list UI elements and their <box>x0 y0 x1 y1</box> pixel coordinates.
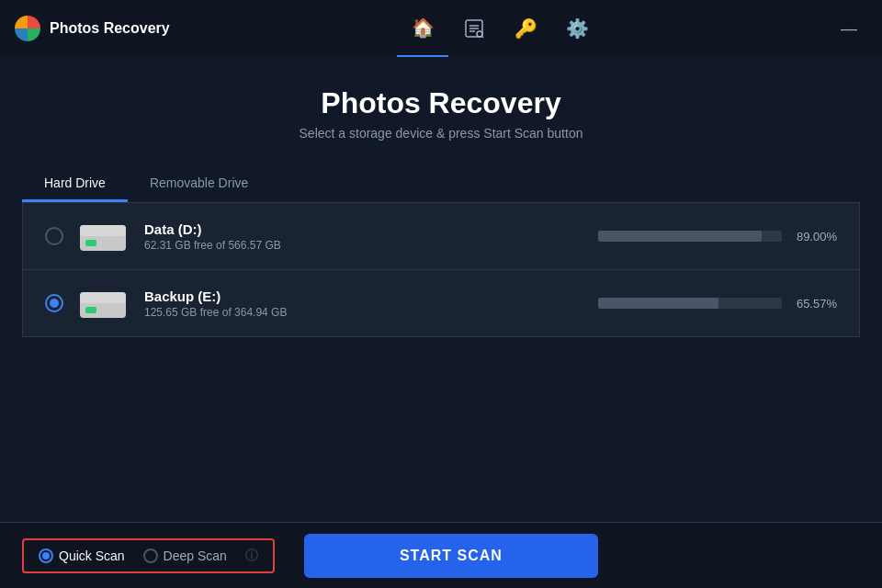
drive-list: Data (D:) 62.31 GB free of 566.57 GB 89.… <box>22 203 860 337</box>
drive-d-size: 62.31 GB free of 566.57 GB <box>144 239 583 252</box>
scan-options: Quick Scan Deep Scan ⓘ <box>22 538 275 573</box>
svg-rect-11 <box>85 307 96 313</box>
drive-e-info: Backup (E:) 125.65 GB free of 364.94 GB <box>144 288 583 319</box>
svg-rect-8 <box>85 240 96 246</box>
page-header: Photos Recovery Select a storage device … <box>22 86 860 141</box>
app-title: Photos Recovery <box>50 20 170 37</box>
drive-e-usage: 65.57% <box>598 297 837 311</box>
nav-scan-results-button[interactable] <box>448 0 500 57</box>
scan-info-icon[interactable]: ⓘ <box>245 548 258 564</box>
tab-removable-drive[interactable]: Removable Drive <box>128 166 270 202</box>
window-controls: — <box>831 0 867 57</box>
deep-scan-option[interactable]: Deep Scan <box>143 548 227 563</box>
drive-d-name: Data (D:) <box>144 221 583 237</box>
header-nav: 🏠 🔑 ⚙️ <box>397 0 603 57</box>
app-logo-icon <box>15 16 40 41</box>
drive-d-usage-fill <box>598 231 762 242</box>
page-title: Photos Recovery <box>22 86 860 120</box>
drive-d-usage-percent: 89.00% <box>791 230 837 243</box>
svg-rect-7 <box>80 225 126 236</box>
drive-e-icon <box>78 285 130 322</box>
page-subtitle: Select a storage device & press Start Sc… <box>22 126 860 141</box>
svg-line-5 <box>481 36 483 38</box>
drive-e-usage-fill <box>598 298 718 309</box>
deep-scan-radio[interactable] <box>143 548 158 563</box>
drive-d-usage-bar <box>598 231 782 242</box>
quick-scan-label: Quick Scan <box>59 548 125 563</box>
nav-settings-button[interactable]: ⚙️ <box>551 0 603 57</box>
bottom-bar: Quick Scan Deep Scan ⓘ START SCAN <box>0 522 882 588</box>
drive-item-e[interactable]: Backup (E:) 125.65 GB free of 364.94 GB … <box>23 270 859 336</box>
drive-d-info: Data (D:) 62.31 GB free of 566.57 GB <box>144 221 583 252</box>
minimize-button[interactable]: — <box>831 0 867 57</box>
drive-d-icon <box>78 218 130 254</box>
nav-home-button[interactable]: 🏠 <box>397 0 448 57</box>
nav-key-button[interactable]: 🔑 <box>500 0 551 57</box>
start-scan-button[interactable]: START SCAN <box>304 534 598 578</box>
drive-d-radio[interactable] <box>45 227 63 245</box>
drive-e-size: 125.65 GB free of 364.94 GB <box>144 306 583 319</box>
drive-e-radio[interactable] <box>45 294 63 312</box>
drive-item-d[interactable]: Data (D:) 62.31 GB free of 566.57 GB 89.… <box>23 203 859 270</box>
drive-e-name: Backup (E:) <box>144 288 583 304</box>
quick-scan-radio[interactable] <box>39 548 53 563</box>
main-content: Photos Recovery Select a storage device … <box>0 57 882 337</box>
drive-e-usage-percent: 65.57% <box>791 297 837 311</box>
header: Photos Recovery 🏠 🔑 ⚙️ — <box>0 0 882 57</box>
drive-tabs: Hard Drive Removable Drive <box>22 166 860 203</box>
drive-d-usage: 89.00% <box>598 230 837 243</box>
tab-hard-drive[interactable]: Hard Drive <box>22 166 128 202</box>
svg-rect-10 <box>80 292 126 303</box>
deep-scan-label: Deep Scan <box>164 548 227 563</box>
quick-scan-option[interactable]: Quick Scan <box>39 548 125 563</box>
drive-e-usage-bar <box>598 298 782 309</box>
app-branding: Photos Recovery <box>15 16 170 41</box>
